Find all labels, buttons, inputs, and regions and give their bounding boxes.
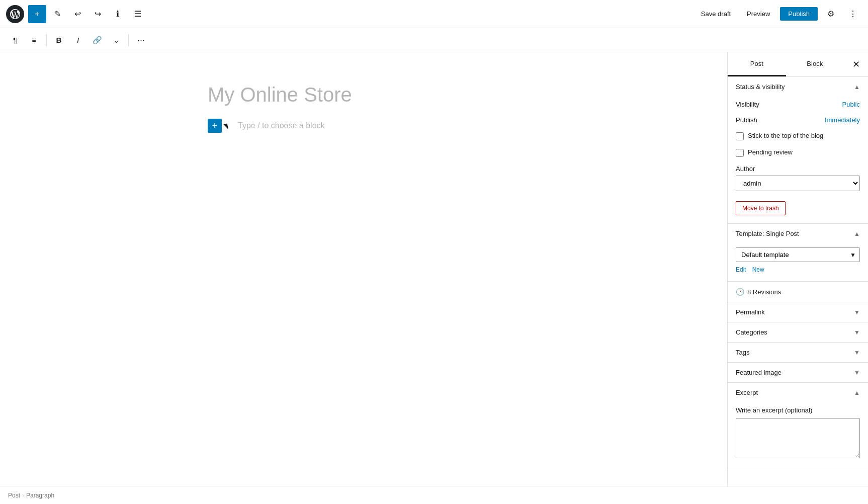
pencil-icon: ✎ [54, 9, 61, 19]
more-options-button[interactable]: ⋮ [844, 5, 862, 23]
editor-area[interactable]: My Online Store + Type / to choose a blo… [0, 52, 727, 486]
author-select[interactable]: admin [736, 176, 860, 191]
post-body[interactable]: + Type / to choose a block [208, 119, 519, 133]
template-label: Template: Single Post [736, 230, 799, 237]
pending-review-row: Pending review [728, 144, 868, 161]
revisions-label: 8 Revisions [747, 288, 781, 296]
status-post-label: Post [8, 492, 20, 499]
featured-image-chevron: ▼ [854, 369, 860, 376]
move-to-trash-button[interactable]: Move to trash [736, 201, 786, 215]
info-icon: ℹ [116, 9, 119, 19]
excerpt-field-label: Write an excerpt (optional) [736, 406, 860, 414]
visibility-value[interactable]: Public [842, 101, 860, 108]
template-select-wrapper: Default template ▼ [736, 247, 860, 262]
stick-to-top-checkbox[interactable] [736, 132, 744, 140]
status-block-label: Paragraph [26, 492, 54, 499]
excerpt-label: Excerpt [736, 389, 758, 396]
breadcrumb-separator: › [22, 492, 24, 499]
author-label: Author [736, 165, 860, 173]
more-rich-text-button[interactable]: ⌄ [107, 31, 125, 49]
template-select[interactable]: Default template [736, 247, 860, 262]
italic-icon: I [77, 36, 79, 44]
toolbar-divider-2 [128, 34, 129, 46]
author-section: Author admin [728, 161, 868, 197]
template-new-link[interactable]: New [752, 266, 764, 273]
featured-image-section[interactable]: Featured image ▼ [728, 363, 868, 383]
ellipsis-icon: ⋯ [137, 36, 145, 45]
visibility-row: Visibility Public [728, 97, 868, 112]
plus-icon: + [35, 10, 39, 19]
tab-block[interactable]: Block [786, 52, 844, 76]
undo-button[interactable]: ↩ [68, 5, 86, 23]
toolbar-divider [46, 34, 47, 46]
gear-icon: ⚙ [827, 9, 834, 19]
link-icon: 🔗 [93, 36, 102, 45]
categories-label: Categories [736, 328, 767, 336]
redo-button[interactable]: ↪ [89, 5, 107, 23]
info-button[interactable]: ℹ [109, 5, 127, 23]
publish-value[interactable]: Immediately [825, 116, 860, 124]
excerpt-chevron: ▲ [854, 389, 860, 396]
top-right-actions: Save draft Preview Publish ⚙ ⋮ [695, 5, 862, 23]
excerpt-textarea[interactable] [736, 418, 860, 458]
bold-button[interactable]: B [50, 31, 68, 49]
cursor-pointer [224, 123, 228, 132]
post-title[interactable]: My Online Store [208, 82, 519, 107]
close-sidebar-button[interactable]: ✕ [844, 52, 868, 76]
sidebar: Post Block ✕ Status & visibility ▲ Visib… [727, 52, 868, 486]
status-visibility-label: Status & visibility [736, 83, 785, 91]
sidebar-tabs: Post Block ✕ [728, 52, 868, 77]
paragraph-icon: ¶ [13, 36, 17, 44]
edit-tool-button[interactable]: ✎ [48, 5, 66, 23]
close-icon: ✕ [852, 59, 860, 70]
tags-section[interactable]: Tags ▼ [728, 343, 868, 363]
settings-button[interactable]: ⚙ [822, 5, 840, 23]
list-icon: ≡ [32, 36, 37, 44]
add-block-toolbar-button[interactable]: + [28, 5, 46, 23]
tags-label: Tags [736, 349, 749, 356]
visibility-label: Visibility [736, 101, 759, 108]
chevron-down-icon: ⌄ [113, 36, 120, 45]
inline-add-block-button[interactable]: + [208, 119, 222, 133]
pending-review-label[interactable]: Pending review [748, 148, 793, 156]
status-visibility-chevron: ▲ [854, 83, 860, 91]
status-bar: Post › Paragraph [0, 486, 868, 504]
italic-button[interactable]: I [69, 31, 87, 49]
template-links: Edit New [736, 266, 860, 273]
excerpt-section: Excerpt ▲ Write an excerpt (optional) [728, 383, 868, 468]
tags-chevron: ▼ [854, 349, 860, 356]
history-icon: 🕐 [736, 288, 744, 296]
plus-inline-icon: + [212, 121, 218, 131]
status-visibility-header[interactable]: Status & visibility ▲ [728, 77, 868, 97]
template-section: Template: Single Post ▲ Default template… [728, 224, 868, 282]
preview-button[interactable]: Preview [741, 7, 776, 21]
categories-section[interactable]: Categories ▼ [728, 322, 868, 343]
pending-review-checkbox[interactable] [736, 149, 744, 157]
more-block-options-button[interactable]: ⋯ [132, 31, 150, 49]
list-type-button[interactable]: ≡ [25, 31, 43, 49]
template-edit-link[interactable]: Edit [736, 266, 746, 273]
status-visibility-section: Status & visibility ▲ Visibility Public … [728, 77, 868, 224]
publish-row: Publish Immediately [728, 112, 868, 128]
wordpress-logo[interactable] [6, 5, 24, 23]
revisions-row[interactable]: 🕐 8 Revisions [728, 282, 868, 302]
paragraph-type-button[interactable]: ¶ [6, 31, 24, 49]
save-draft-button[interactable]: Save draft [695, 7, 737, 21]
undo-icon: ↩ [74, 9, 81, 19]
trash-section: Move to trash [728, 197, 868, 223]
template-header[interactable]: Template: Single Post ▲ [728, 224, 868, 243]
cursor-area: + [208, 119, 228, 133]
stick-to-top-label[interactable]: Stick to the top of the blog [748, 132, 823, 139]
editor-content: My Online Store + Type / to choose a blo… [208, 82, 519, 133]
status-visibility-content: Visibility Public Publish Immediately St… [728, 97, 868, 223]
excerpt-content: Write an excerpt (optional) [728, 402, 868, 468]
list-view-button[interactable]: ☰ [129, 5, 147, 23]
main-layout: My Online Store + Type / to choose a blo… [0, 52, 868, 486]
featured-image-label: Featured image [736, 369, 782, 376]
permalink-section[interactable]: Permalink ▼ [728, 302, 868, 322]
link-button[interactable]: 🔗 [88, 31, 106, 49]
excerpt-header[interactable]: Excerpt ▲ [728, 383, 868, 402]
tab-post[interactable]: Post [728, 52, 786, 76]
top-toolbar: + ✎ ↩ ↪ ℹ ☰ Save draft Preview Publish ⚙… [0, 0, 868, 28]
publish-button[interactable]: Publish [780, 7, 818, 21]
